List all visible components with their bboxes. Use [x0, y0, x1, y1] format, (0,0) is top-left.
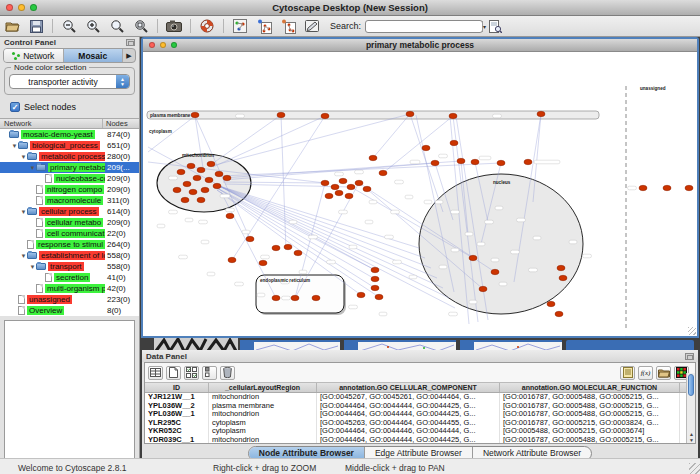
- network-node[interactable]: [215, 171, 223, 176]
- select-attributes-icon[interactable]: [184, 366, 199, 380]
- network-node[interactable]: [406, 111, 414, 116]
- network-node[interactable]: [201, 187, 209, 192]
- table-icon[interactable]: [148, 366, 163, 380]
- tree-row[interactable]: ▼establishment of lo558(0): [0, 250, 139, 261]
- network-node[interactable]: [371, 285, 379, 290]
- network-edge[interactable]: [209, 115, 281, 166]
- expand-icon[interactable]: ▼: [11, 143, 18, 149]
- network-edge[interactable]: [373, 114, 410, 158]
- network-node[interactable]: [325, 193, 333, 198]
- zoom-selected-icon[interactable]: [132, 18, 150, 34]
- float-panel-icon[interactable]: [685, 353, 694, 360]
- network-node[interactable]: [277, 112, 285, 117]
- layout-icon-2[interactable]: [279, 18, 297, 34]
- network-node[interactable]: [272, 245, 280, 250]
- network-node[interactable]: [331, 184, 339, 189]
- table-cell[interactable]: YJR121W__1: [145, 393, 209, 402]
- table-row[interactable]: YPL036W__1mitochondrion[GO:0044464, GO:0…: [145, 410, 695, 419]
- network-node[interactable]: [371, 267, 379, 272]
- table-cell[interactable]: [GO:0005488, GO:0005215, GO:0003674]: [500, 427, 680, 436]
- network-node[interactable]: [355, 180, 363, 185]
- network-node[interactable]: [547, 301, 555, 306]
- table-cell[interactable]: [GO:0044464, GO:0044444, GO:0044425, G..…: [317, 436, 500, 445]
- table-cell[interactable]: [GO:0044464, GO:0044444, GO:0044425, G..…: [317, 410, 500, 419]
- network-node[interactable]: [321, 113, 329, 118]
- tree-row[interactable]: multi-organism pro42(0): [0, 283, 139, 294]
- network-node[interactable]: [228, 257, 236, 262]
- network-node[interactable]: [431, 160, 439, 165]
- network-node[interactable]: [497, 160, 505, 165]
- table-cell[interactable]: [GO:0045267, GO:0045261, GO:0044464, G..…: [317, 393, 500, 402]
- search-input[interactable]: [366, 21, 482, 32]
- column-header[interactable]: ID: [145, 383, 209, 392]
- network-node[interactable]: [187, 163, 195, 168]
- network-edge[interactable]: [148, 116, 195, 152]
- network-node[interactable]: [205, 177, 213, 182]
- expand-icon[interactable]: ▼: [20, 209, 27, 215]
- network-node[interactable]: [345, 193, 353, 198]
- network-overview-icon[interactable]: [231, 18, 249, 34]
- expand-icon[interactable]: ▼: [20, 154, 27, 160]
- column-header[interactable]: _cellularLayoutRegion: [209, 383, 317, 392]
- tree-row[interactable]: nitrogen compo209(0): [0, 184, 139, 195]
- network-node[interactable]: [357, 292, 365, 297]
- network-node[interactable]: [259, 260, 267, 265]
- tree-row[interactable]: ▼cellular process614(0): [0, 206, 139, 217]
- table-row[interactable]: YJR121W__1mitochondrion[GO:0045267, GO:0…: [145, 393, 695, 402]
- network-node[interactable]: [555, 311, 563, 316]
- table-cell[interactable]: [GO:0016787, GO:0005488, GO:0005215, G..…: [500, 402, 680, 411]
- app-resize-grip[interactable]: [689, 463, 700, 474]
- table-cell[interactable]: YPL036W__1: [145, 410, 209, 419]
- tree-row[interactable]: response to stimul264(0): [0, 239, 139, 250]
- window-resize-grip[interactable]: [688, 327, 696, 335]
- network-node[interactable]: [685, 185, 693, 190]
- column-header[interactable]: annotation.GO MOLECULAR_FUNCTION: [500, 383, 680, 392]
- save-icon[interactable]: [27, 18, 45, 34]
- tree-row[interactable]: nucleobase-co209(0): [0, 173, 139, 184]
- scrollbar-arrows[interactable]: ▲▼: [687, 431, 696, 443]
- table-cell[interactable]: cytoplasm: [209, 419, 317, 428]
- network-node[interactable]: [559, 275, 567, 280]
- float-panel-icon[interactable]: [126, 39, 135, 46]
- import-attributes-icon[interactable]: [656, 366, 671, 380]
- network-edge[interactable]: [219, 186, 431, 268]
- network-node[interactable]: [457, 158, 465, 163]
- function-builder-icon[interactable]: f(x): [638, 366, 653, 380]
- scrollbar-thumb[interactable]: [688, 374, 694, 396]
- table-cell[interactable]: [GO:0016787, GO:0005488, GO:0005215, G..…: [500, 436, 680, 445]
- table-cell[interactable]: YKR052C: [145, 427, 209, 436]
- network-node[interactable]: [537, 111, 545, 116]
- network-node[interactable]: [189, 189, 197, 194]
- tab-overflow-icon[interactable]: ▶: [123, 49, 135, 62]
- network-edge[interactable]: [217, 188, 375, 270]
- tree-col-nodes[interactable]: Nodes: [103, 119, 139, 128]
- tree-col-network[interactable]: Network: [0, 119, 103, 128]
- expand-icon[interactable]: ▼: [29, 165, 36, 171]
- expand-icon[interactable]: ▼: [20, 253, 27, 259]
- expand-icon[interactable]: ▼: [29, 264, 36, 270]
- network-node[interactable]: [284, 244, 292, 249]
- network-node[interactable]: [197, 197, 205, 202]
- tree-row[interactable]: macromolecule311(0): [0, 195, 139, 206]
- network-node[interactable]: [524, 159, 532, 164]
- network-node[interactable]: [639, 185, 647, 190]
- table-cell[interactable]: YLR295C: [145, 419, 209, 428]
- attribute-editor-icon[interactable]: [620, 366, 635, 380]
- network-node[interactable]: [363, 186, 371, 191]
- network-node[interactable]: [471, 159, 479, 164]
- annotation-icon[interactable]: [303, 18, 321, 34]
- network-navigator[interactable]: [4, 320, 135, 466]
- network-window-titlebar[interactable]: primary metabolic process: [143, 39, 697, 52]
- network-canvas[interactable]: plasma membranecytoplasmmitochondrionnuc…: [143, 52, 697, 336]
- zoom-out-icon[interactable]: [60, 18, 78, 34]
- table-cell[interactable]: mitochondrion: [209, 393, 317, 402]
- network-node[interactable]: [183, 181, 191, 186]
- network-node[interactable]: [223, 175, 231, 180]
- network-node[interactable]: [339, 178, 347, 183]
- tree-row[interactable]: cell communicat22(0): [0, 228, 139, 239]
- network-node[interactable]: [321, 180, 329, 185]
- network-node[interactable]: [663, 185, 671, 190]
- network-node[interactable]: [369, 155, 377, 160]
- tree-row[interactable]: ▼metabolic process280(0): [0, 151, 139, 162]
- new-attribute-icon[interactable]: [166, 366, 181, 380]
